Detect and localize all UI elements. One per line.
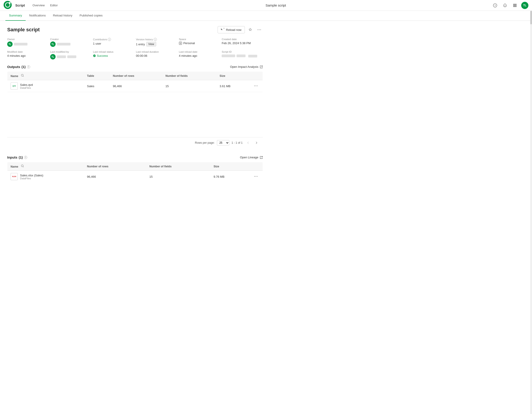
outputs-col-name: Name [7, 72, 84, 80]
app-name: Script [15, 3, 25, 7]
meta-created-date: Created date Feb 26, 2024 5:38 PM [222, 38, 263, 47]
tab-published-copies[interactable]: Published copies [76, 11, 106, 21]
outputs-prev-page-button[interactable] [245, 140, 251, 146]
outputs-next-page-button[interactable] [253, 140, 260, 146]
version-history-info-icon[interactable]: i [154, 38, 157, 41]
inputs-row-more-button[interactable] [252, 175, 259, 180]
outputs-col-size: Size [217, 72, 249, 80]
outputs-file-name: Sales.qvd [20, 83, 33, 87]
success-check-icon [93, 54, 96, 57]
outputs-section: Outputs (1) i Open Impact Analysis Name [7, 65, 263, 148]
inputs-name-search-icon[interactable] [21, 165, 24, 168]
tab-reload-history[interactable]: Reload history [49, 11, 76, 21]
script-id-blur2 [237, 55, 246, 57]
owner-avatar: TL [7, 41, 13, 47]
nav-overview[interactable]: Overview [30, 3, 47, 8]
open-impact-analysis-button[interactable]: Open Impact Analysis [230, 65, 263, 69]
script-id-blur1 [222, 55, 235, 57]
creator-avatar: TL [50, 41, 56, 47]
outputs-name-search-icon[interactable] [21, 75, 24, 78]
center-title: Sample script [64, 3, 488, 7]
svg-point-15 [258, 30, 258, 30]
user-avatar[interactable]: TL [521, 2, 528, 9]
qvd-file-icon: QVD [10, 82, 18, 90]
inputs-info-icon[interactable]: i [24, 156, 27, 159]
svg-point-27 [257, 176, 258, 177]
svg-rect-10 [514, 5, 515, 6]
meta-reload-date: Last reload date 4 minutes ago [179, 50, 220, 59]
modifier-avatar: TL [50, 54, 56, 59]
version-history-view-button[interactable]: View [146, 42, 156, 46]
nav-icons: ? TL [492, 2, 528, 9]
meta-last-modified-by: Last modified by TL [50, 50, 91, 59]
inputs-col-name: Name [7, 162, 84, 171]
svg-rect-7 [514, 4, 515, 5]
nav-links: Overview Editor [30, 3, 60, 8]
inputs-cell-size: 9.76 MB [210, 171, 249, 183]
contributors-info-icon[interactable]: i [108, 38, 111, 41]
nav-editor[interactable]: Editor [48, 3, 60, 8]
page-header: Sample script Reload now [7, 26, 263, 33]
outputs-row-more-button[interactable] [252, 84, 259, 89]
header-actions: Reload now [218, 26, 263, 33]
top-nav: Script Overview Editor Sample script ? T… [0, 0, 532, 11]
meta-contributors: Contributors i 1 user [93, 38, 134, 47]
svg-rect-12 [513, 6, 514, 7]
help-icon[interactable]: ? [492, 2, 499, 9]
scrollbar-thumb[interactable] [530, 11, 532, 24]
outputs-cell-size: 3.61 MB [217, 80, 249, 92]
svg-rect-13 [514, 6, 515, 7]
inputs-col-size: Size [210, 162, 249, 171]
xlsx-file-icon: XLSX [10, 173, 18, 180]
waffle-icon[interactable] [511, 2, 519, 9]
svg-point-5 [505, 7, 505, 7]
owner-name-blur [14, 43, 28, 46]
outputs-table-row: QVD Sales.qvd DataFiles Sales 96,466 15 … [7, 80, 263, 92]
qlik-logo[interactable] [4, 1, 12, 10]
outputs-info-icon[interactable]: i [27, 65, 30, 69]
outputs-col-fields: Number of fields [162, 72, 216, 80]
outputs-col-table: Table [84, 72, 110, 80]
svg-text:?: ? [494, 4, 496, 7]
outputs-cell-name: QVD Sales.qvd DataFiles [7, 80, 84, 92]
inputs-cell-fields: 15 [146, 171, 210, 183]
more-options-button[interactable] [256, 26, 263, 33]
outputs-section-header: Outputs (1) i Open Impact Analysis [7, 65, 263, 69]
svg-point-2 [9, 2, 10, 4]
open-lineage-button[interactable]: Open Lineage [240, 156, 263, 159]
outputs-table: Name Table Number of rows Number of fiel… [7, 71, 263, 137]
meta-creator: Creator TL [50, 38, 91, 47]
outputs-rows-per-page-select[interactable]: 25 50 100 [217, 140, 229, 146]
meta-space: Space Personal [179, 38, 220, 47]
meta-version-history: Version history i 1 entry View [136, 38, 177, 47]
svg-rect-9 [513, 5, 514, 6]
modifier-name-blur2 [67, 55, 76, 58]
creator-name-blur [57, 43, 70, 46]
outputs-cell-fields: 15 [162, 80, 216, 92]
svg-point-17 [260, 30, 261, 30]
outputs-col-rows: Number of rows [110, 72, 162, 80]
space-icon [179, 42, 182, 45]
reload-now-button[interactable]: Reload now [218, 26, 245, 33]
tab-notifications[interactable]: Notifications [26, 11, 49, 21]
outputs-cell-rows: 96,466 [110, 80, 162, 92]
meta-script-id: Script ID [222, 50, 263, 59]
svg-point-23 [257, 85, 258, 86]
meta-reload-duration: Last reload duration 00:00:06 [136, 50, 177, 59]
inputs-cell-rows: 96,466 [84, 171, 146, 183]
meta-grid-row2: Modified date 4 minutes ago Last modifie… [7, 50, 263, 59]
meta-owner: Owner TL [7, 38, 48, 47]
outputs-file-sub: DataFiles [20, 87, 33, 89]
outputs-empty-space [7, 92, 263, 137]
notifications-icon[interactable] [501, 2, 509, 9]
scrollbar-track [530, 11, 532, 195]
svg-rect-11 [516, 5, 516, 6]
outputs-page-info: 1 - 1 of 1 [232, 141, 243, 144]
inputs-title: Inputs (1) i [7, 155, 27, 159]
lineage-external-link-icon [260, 156, 263, 159]
tab-summary[interactable]: Summary [5, 11, 26, 21]
svg-point-22 [256, 85, 256, 86]
outputs-cell-more[interactable] [249, 80, 263, 92]
star-button[interactable] [247, 26, 254, 33]
inputs-cell-more[interactable] [249, 171, 263, 183]
